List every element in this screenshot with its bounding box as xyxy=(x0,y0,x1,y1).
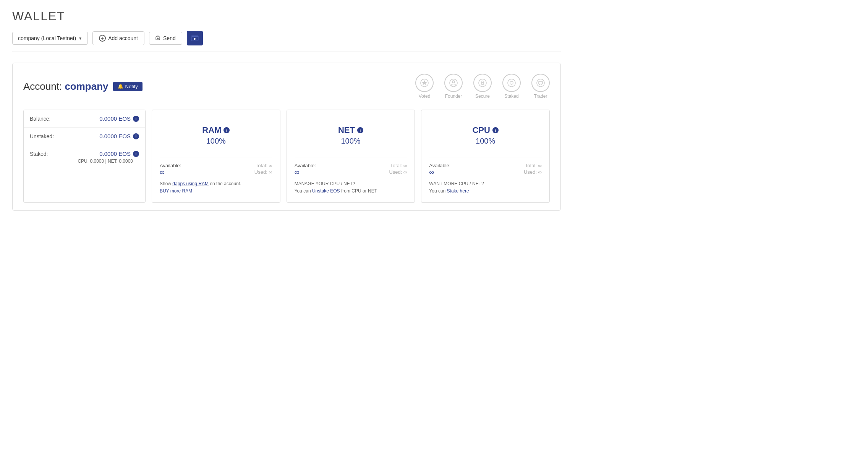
ram-dapps-link[interactable]: dapps using RAM xyxy=(172,181,209,186)
ram-available-label: Available: xyxy=(160,163,181,168)
ram-footer: Available: ∞ Total: ∞ Used: ∞ xyxy=(160,157,272,195)
ram-total-used: Total: ∞ Used: ∞ xyxy=(254,163,272,175)
svg-point-11 xyxy=(510,81,513,84)
ram-available-value: ∞ xyxy=(160,168,181,176)
notify-label: Notify xyxy=(125,84,138,89)
cpu-total-label: Total: ∞ xyxy=(525,163,542,168)
account-title-text: Account: company xyxy=(23,81,108,92)
staked-label: Staked xyxy=(504,94,518,99)
toolbar: company (Local Testnet) ▼ + Add account … xyxy=(12,31,561,52)
cpu-info-icon[interactable]: i xyxy=(492,127,499,133)
badge-secure: Secure xyxy=(473,74,492,99)
net-total-label: Total: ∞ xyxy=(390,163,407,168)
staked-value-container: 0.0000 EOS i xyxy=(99,150,139,157)
send-icon xyxy=(155,36,161,41)
badge-staked: Staked xyxy=(502,74,521,99)
chevron-down-icon: ▼ xyxy=(78,36,82,40)
staked-detail: CPU: 0.0000 | NET: 0.0000 xyxy=(30,157,139,168)
want-text: You can xyxy=(429,188,447,194)
secure-badge-icon xyxy=(473,74,492,92)
trader-badge-icon xyxy=(531,74,550,92)
add-account-label: Add account xyxy=(108,35,138,41)
net-label: NET: xyxy=(108,158,119,164)
cpu-percent: 100% xyxy=(476,137,495,146)
svg-point-10 xyxy=(508,79,515,87)
trader-label: Trader xyxy=(534,94,547,99)
balance-label: Balance: xyxy=(30,116,50,122)
manage-suffix: from CPU or NET xyxy=(340,188,377,194)
ram-avail-row: Available: ∞ Total: ∞ Used: ∞ xyxy=(160,163,272,176)
cpu-value: 0.0000 xyxy=(90,158,104,164)
send-button[interactable]: Send xyxy=(149,32,182,45)
net-name: NET xyxy=(338,125,355,135)
unstaked-info-icon[interactable]: i xyxy=(133,133,139,139)
staked-badge-icon xyxy=(502,74,521,92)
svg-point-7 xyxy=(452,81,455,83)
staked-row: Staked: 0.0000 EOS i CPU: 0.0000 | NET: … xyxy=(24,145,145,171)
account-selector-button[interactable]: company (Local Testnet) ▼ xyxy=(12,32,88,45)
unstaked-row: Unstaked: 0.0000 EOS i xyxy=(24,128,145,145)
svg-rect-13 xyxy=(539,81,542,84)
stake-here-link[interactable]: Stake here xyxy=(447,188,469,194)
ram-header: RAM i 100% xyxy=(160,118,272,157)
cpu-label: CPU: xyxy=(78,158,90,164)
cpu-header: CPU i 100% xyxy=(429,118,542,157)
page-title: WALLET xyxy=(12,9,561,23)
terminal-play-icon xyxy=(191,35,199,41)
net-header: NET i 100% xyxy=(295,118,407,157)
balance-info-icon[interactable]: i xyxy=(133,116,139,122)
cpu-avail-row: Available: ∞ Total: ∞ Used: ∞ xyxy=(429,163,542,176)
founder-badge-icon xyxy=(444,74,463,92)
badges-container: Voted Founder xyxy=(415,74,550,99)
voted-badge-icon xyxy=(415,74,434,92)
net-percent: 100% xyxy=(341,137,360,146)
ram-info-icon[interactable]: i xyxy=(223,127,230,133)
cpu-card: CPU i 100% Available: ∞ Total: xyxy=(421,110,550,203)
net-card: NET i 100% Available: ∞ Total: xyxy=(287,110,415,203)
net-info-icon[interactable]: i xyxy=(357,127,363,133)
badge-trader: Trader xyxy=(531,74,550,99)
play-button[interactable] xyxy=(187,31,203,45)
notify-button[interactable]: 🔔 Notify xyxy=(113,82,143,91)
send-label: Send xyxy=(163,35,176,41)
account-selector-label: company (Local Testnet) xyxy=(18,35,76,41)
net-name-container: NET i xyxy=(338,125,363,135)
ram-total-label: Total: ∞ xyxy=(256,163,272,168)
cpu-footer: Available: ∞ Total: ∞ Used: ∞ xyxy=(429,157,542,195)
add-account-button[interactable]: + Add account xyxy=(92,31,144,45)
ram-note-mid: on the account. xyxy=(209,181,241,186)
net-avail-left: Available: ∞ xyxy=(295,163,316,176)
ram-card: RAM i 100% Available: ∞ Total: xyxy=(152,110,280,203)
account-prefix: Account: xyxy=(23,81,65,92)
cpu-avail-left: Available: ∞ xyxy=(429,163,450,176)
ram-name: RAM xyxy=(202,125,221,135)
cpu-used-label: Used: ∞ xyxy=(524,169,542,175)
ram-avail-left: Available: ∞ xyxy=(160,163,181,176)
net-available-label: Available: xyxy=(295,163,316,168)
founder-label: Founder xyxy=(445,94,462,99)
ram-name-container: RAM i xyxy=(202,125,230,135)
ram-used-label: Used: ∞ xyxy=(254,169,272,175)
unstake-link[interactable]: Unstake EOS xyxy=(312,188,340,194)
ram-buy-link[interactable]: BUY more RAM xyxy=(160,188,192,194)
net-total-used: Total: ∞ Used: ∞ xyxy=(389,163,407,175)
ram-percent: 100% xyxy=(206,137,226,146)
plus-circle-icon: + xyxy=(99,35,106,42)
voted-label: Voted xyxy=(419,94,431,99)
cpu-name: CPU xyxy=(472,125,490,135)
want-note-text: WANT MORE CPU / NET? xyxy=(429,181,484,186)
secure-label: Secure xyxy=(475,94,490,99)
net-avail-row: Available: ∞ Total: ∞ Used: ∞ xyxy=(295,163,407,176)
svg-marker-5 xyxy=(422,80,427,85)
net-used-label: Used: ∞ xyxy=(389,169,407,175)
svg-rect-2 xyxy=(192,36,198,37)
net-footer: Available: ∞ Total: ∞ Used: ∞ xyxy=(295,157,407,195)
unstaked-value: 0.0000 EOS xyxy=(99,133,131,139)
net-value: 0.0000 xyxy=(119,158,133,164)
net-available-value: ∞ xyxy=(295,168,316,176)
ram-note-prefix: Show xyxy=(160,181,172,186)
manage-text: You can xyxy=(295,188,312,194)
unstaked-value-container: 0.0000 EOS i xyxy=(99,133,139,139)
manage-note-text: MANAGE YOUR CPU / NET? xyxy=(295,181,355,186)
staked-info-icon[interactable]: i xyxy=(133,151,139,157)
